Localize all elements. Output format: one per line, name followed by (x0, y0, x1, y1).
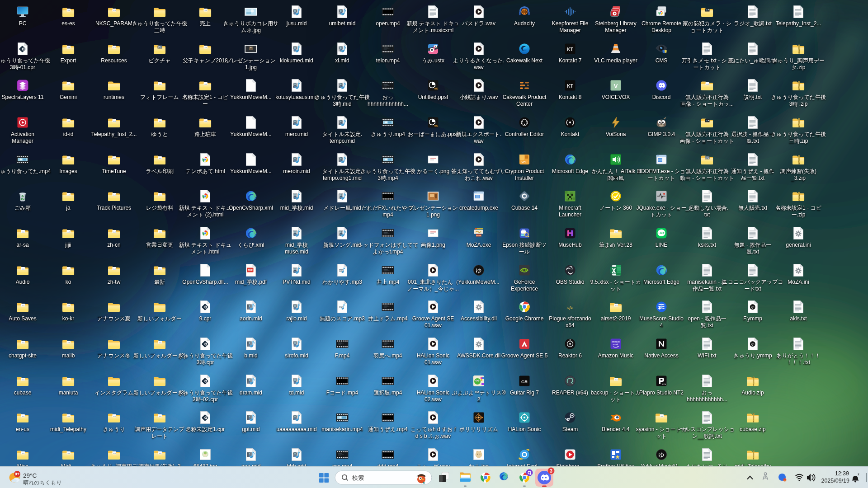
svg-text:9+: 9+ (15, 472, 19, 476)
svg-text:29°C: 29°C (23, 472, 37, 479)
svg-text:3: 3 (550, 469, 552, 474)
svg-text:12:39: 12:39 (835, 470, 849, 477)
svg-text:z: z (858, 472, 859, 476)
svg-text:2025/09/19: 2025/09/19 (821, 478, 849, 484)
svg-text:晴れのちくもり: 晴れのちくもり (23, 479, 62, 486)
svg-text:検索: 検索 (352, 474, 364, 481)
